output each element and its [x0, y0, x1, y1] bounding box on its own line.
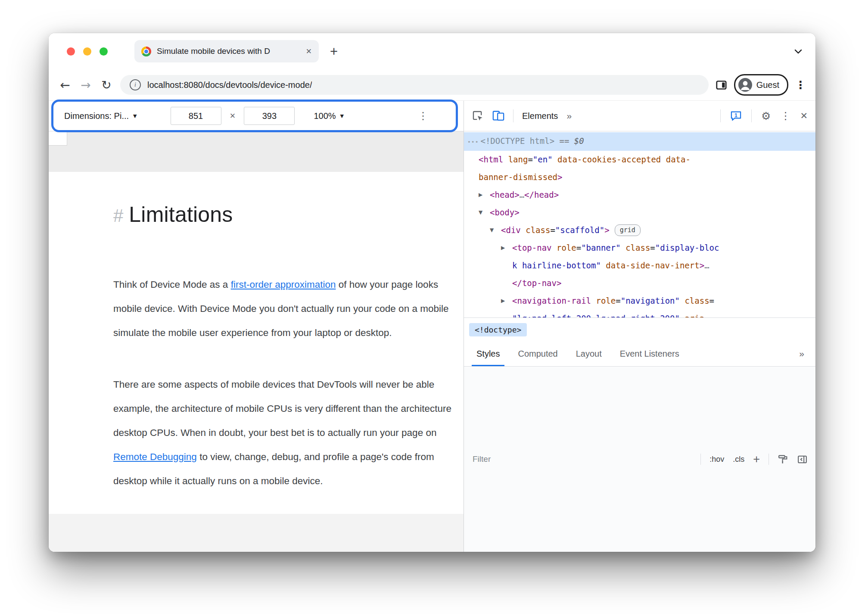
- dom-node-line[interactable]: ▼<body>: [464, 204, 815, 221]
- code-token: •••: [467, 139, 479, 145]
- url-text: localhost:8080/docs/devtools/device-mode…: [147, 80, 312, 90]
- minimize-window-button[interactable]: [83, 47, 91, 56]
- browser-menu-icon[interactable]: ⋮: [795, 79, 806, 91]
- code-token: >: [700, 261, 704, 270]
- ruler-corner: [49, 131, 67, 146]
- more-panels-icon[interactable]: »: [566, 111, 572, 121]
- close-window-button[interactable]: [67, 47, 75, 56]
- code-token: =: [528, 155, 532, 164]
- code-token: "en": [533, 155, 553, 164]
- grid-badge[interactable]: grid: [615, 224, 641, 236]
- code-token: "banner": [581, 243, 621, 252]
- code-token: <div: [501, 225, 521, 235]
- new-style-rule-button[interactable]: +: [753, 454, 760, 465]
- dom-node-line[interactable]: ▶<top-nav role="banner" class="display-b…: [464, 239, 815, 257]
- device-width-input[interactable]: [171, 107, 221, 125]
- paragraph: There are some aspects of mobile devices…: [113, 373, 464, 493]
- device-toolbar-toggle-icon[interactable]: [492, 110, 504, 122]
- text-link[interactable]: Remote Debugging: [113, 451, 197, 462]
- tab-close-icon[interactable]: ✕: [306, 47, 312, 56]
- code-token: "scaffold": [555, 225, 604, 235]
- paragraph-line: desktop while it actually runs on a mobi…: [113, 469, 464, 493]
- dom-node-line[interactable]: </top-nav>: [464, 274, 815, 292]
- dom-node-line[interactable]: ▼<div class="scaffold">grid: [464, 221, 815, 239]
- devtools-menu-icon[interactable]: ⋮: [780, 110, 790, 122]
- code-token: ==: [554, 136, 574, 146]
- text-link[interactable]: first-order approximation: [231, 279, 336, 290]
- code-token: =: [550, 225, 555, 235]
- reload-button[interactable]: ↻: [100, 78, 113, 92]
- code-token: =: [650, 243, 655, 252]
- dom-node-line[interactable]: <html lang="en" data-cookies-accepted da…: [464, 151, 815, 168]
- back-button[interactable]: ←: [58, 78, 72, 92]
- devtools-panel: Elements » 1 ⚙ ⋮ ✕ •••<!DOCTYPE html> ==…: [464, 101, 815, 552]
- new-tab-button[interactable]: +: [330, 45, 338, 58]
- breadcrumb: <!doctype>: [464, 317, 815, 341]
- inspect-element-icon[interactable]: [472, 110, 484, 122]
- zoom-value: 100%: [314, 111, 336, 121]
- code-token: data-side-nav-inert: [601, 261, 700, 270]
- pseudo-class-toggle[interactable]: :hov: [709, 455, 724, 464]
- device-height-input[interactable]: [244, 107, 295, 125]
- device-toolbar-menu-icon[interactable]: ⋮: [418, 110, 428, 122]
- expand-arrow-icon[interactable]: ▶: [479, 186, 482, 204]
- code-token: class: [680, 296, 709, 305]
- heading-anchor-marker[interactable]: #: [113, 205, 123, 226]
- console-messages-icon[interactable]: 1: [730, 110, 742, 122]
- dom-node-line[interactable]: k hairline-bottom" data-side-nav-inert>…: [464, 257, 815, 274]
- dom-node-line[interactable]: "lg:pad-left-200 lg:pad-right-200" aria-: [464, 310, 815, 317]
- viewport-footer: [49, 514, 464, 552]
- dom-node-line[interactable]: banner-dismissed>: [464, 168, 815, 186]
- tab-computed[interactable]: Computed: [509, 341, 566, 366]
- code-token: banner-dismissed: [479, 172, 557, 182]
- collapse-arrow-icon[interactable]: ▼: [479, 204, 482, 221]
- expand-arrow-icon[interactable]: ▶: [501, 292, 505, 310]
- address-bar[interactable]: i localhost:8080/docs/devtools/device-mo…: [120, 75, 709, 95]
- dom-tree: •••<!DOCTYPE html> == $0<html lang="en" …: [464, 131, 815, 317]
- text-run: Think of Device Mode as a: [113, 279, 231, 290]
- zoom-select[interactable]: 100% ▼: [314, 111, 344, 121]
- tab-event-listeners[interactable]: Event Listeners: [611, 341, 688, 366]
- collapse-arrow-icon[interactable]: ▼: [490, 221, 494, 239]
- profile-button[interactable]: Guest: [734, 74, 788, 96]
- paragraph: Think of Device Mode as a first-order ap…: [113, 273, 464, 345]
- text-run: of how your page looks: [336, 279, 438, 290]
- code-token: "lg:pad-left-200 lg:pad-right-200": [512, 314, 680, 317]
- code-token: aria-: [680, 314, 709, 317]
- toggle-sidebar-icon[interactable]: [797, 454, 808, 465]
- browser-tab[interactable]: Simulate mobile devices with D ✕: [134, 40, 319, 62]
- expand-arrow-icon[interactable]: ▶: [501, 239, 505, 257]
- dimensions-label: Dimensions: Pi...: [64, 111, 129, 121]
- side-panel-icon[interactable]: [716, 79, 727, 91]
- console-messages-count: 1: [734, 112, 737, 118]
- code-token: >: [557, 172, 562, 182]
- devtools-toolbar-right: 1 ⚙ ⋮ ✕: [720, 109, 808, 122]
- code-token: =: [709, 296, 714, 305]
- site-info-icon[interactable]: i: [130, 79, 141, 90]
- dom-node-selected[interactable]: •••<!DOCTYPE html> == $0: [464, 132, 815, 151]
- more-sidebar-tabs-icon[interactable]: »: [799, 341, 812, 366]
- breadcrumb-item-doctype[interactable]: <!doctype>: [469, 323, 527, 336]
- tab-elements[interactable]: Elements: [522, 111, 558, 121]
- forward-button[interactable]: →: [79, 78, 93, 92]
- toolbar-divider: [720, 109, 721, 122]
- styles-filter-bar: :hov .cls +: [464, 367, 815, 552]
- chevron-down-icon[interactable]: [792, 45, 804, 57]
- paragraph-line: There are some aspects of mobile devices…: [113, 373, 464, 397]
- tab-title: Simulate mobile devices with D: [157, 47, 300, 56]
- code-token: …: [520, 190, 524, 199]
- fullscreen-window-button[interactable]: [100, 47, 108, 56]
- chrome-favicon-icon: [141, 47, 151, 56]
- device-dimensions-select[interactable]: Dimensions: Pi... ▼: [64, 111, 137, 121]
- code-token: >: [604, 225, 609, 235]
- rendering-brush-icon[interactable]: [778, 454, 788, 465]
- tab-layout[interactable]: Layout: [567, 341, 611, 366]
- dom-node-line[interactable]: ▶<navigation-rail role="navigation" clas…: [464, 292, 815, 310]
- devtools-close-icon[interactable]: ✕: [800, 111, 808, 121]
- element-classes-toggle[interactable]: .cls: [733, 455, 744, 464]
- tab-styles[interactable]: Styles: [467, 341, 509, 366]
- styles-filter-input[interactable]: [472, 454, 692, 464]
- settings-gear-icon[interactable]: ⚙: [761, 110, 771, 122]
- dom-node-line[interactable]: ▶<head>…</head>: [464, 186, 815, 204]
- devtools-toolbar: Elements » 1 ⚙ ⋮ ✕: [464, 101, 815, 131]
